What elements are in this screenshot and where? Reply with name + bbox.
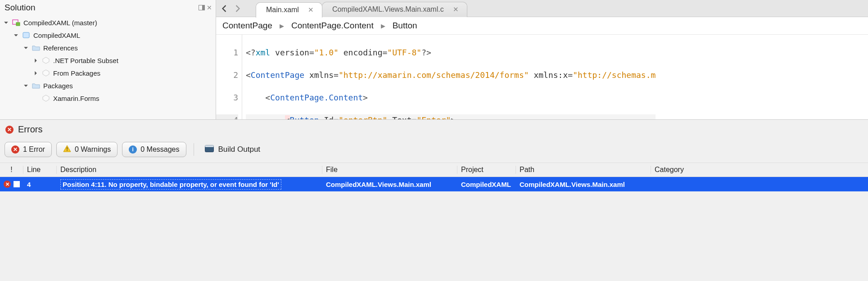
solution-icon bbox=[12, 18, 21, 27]
folder-icon bbox=[32, 82, 41, 90]
breadcrumb-item[interactable]: ContentPage.Content bbox=[291, 21, 374, 31]
chevron-down-icon[interactable] bbox=[13, 32, 19, 38]
tree-root-label: CompiledXAML (master) bbox=[23, 19, 97, 27]
build-output-button[interactable]: Build Output bbox=[201, 145, 264, 154]
editor-tabs: Main.xaml ✕ CompiledXAML.Views.Main.xaml… bbox=[256, 0, 467, 17]
editor-panel: Main.xaml ✕ CompiledXAML.Views.Main.xaml… bbox=[216, 0, 868, 119]
errors-filter-bar: ✕ 1 Error ! 0 Warnings i 0 Messages Buil… bbox=[0, 139, 868, 163]
svg-rect-10 bbox=[205, 145, 213, 147]
chevron-right-icon[interactable] bbox=[32, 57, 39, 63]
tree-packages[interactable]: Packages bbox=[3, 79, 213, 92]
col-category[interactable]: Category bbox=[651, 166, 705, 174]
code-editor[interactable]: 1 2 3 4 5 6 7 <?xml version="1.0" encodi… bbox=[216, 35, 868, 119]
nav-forward-icon[interactable] bbox=[233, 5, 242, 12]
svg-marker-6 bbox=[43, 70, 49, 76]
separator bbox=[194, 143, 194, 156]
tree-references-label: References bbox=[43, 44, 78, 52]
assembly-icon bbox=[41, 56, 50, 64]
filter-errors-button[interactable]: ✕ 1 Error bbox=[5, 142, 52, 157]
tree-ref-item[interactable]: From Packages bbox=[3, 67, 213, 79]
cell-description: Position 4:11. No property, bindable pro… bbox=[57, 179, 322, 190]
tree-package-item-label: Xamarin.Forms bbox=[53, 95, 99, 102]
col-line[interactable]: Line bbox=[23, 166, 57, 174]
tree-references[interactable]: References bbox=[3, 41, 213, 54]
tab-close-icon[interactable]: ✕ bbox=[308, 6, 314, 14]
cell-line: 4 bbox=[23, 181, 57, 188]
code-content[interactable]: <?xml version="1.0" encoding="UTF-8"?> <… bbox=[242, 35, 656, 119]
cell-path: CompiledXAML.Views.Main.xaml bbox=[516, 181, 651, 188]
errors-panel-title: Errors bbox=[18, 124, 42, 135]
csproj-icon bbox=[22, 31, 31, 39]
chevron-down-icon[interactable] bbox=[3, 19, 9, 26]
info-icon: i bbox=[129, 145, 137, 154]
tree-root[interactable]: CompiledXAML (master) bbox=[3, 16, 213, 29]
tree-project[interactable]: CompiledXAML bbox=[3, 29, 213, 41]
dock-icon[interactable] bbox=[199, 5, 205, 10]
tree-spacer bbox=[32, 95, 39, 101]
folder-icon bbox=[32, 44, 41, 52]
nav-back-icon[interactable] bbox=[220, 5, 229, 12]
filter-messages-button[interactable]: i 0 Messages bbox=[122, 142, 186, 157]
breadcrumb-item[interactable]: Button bbox=[393, 21, 417, 31]
editor-toolbar: Main.xaml ✕ CompiledXAML.Views.Main.xaml… bbox=[216, 0, 868, 17]
filter-warnings-button[interactable]: ! 0 Warnings bbox=[56, 142, 118, 157]
breadcrumb-item[interactable]: ContentPage bbox=[222, 21, 272, 31]
col-file[interactable]: File bbox=[322, 166, 457, 174]
build-output-label: Build Output bbox=[218, 145, 261, 154]
svg-rect-3 bbox=[16, 23, 20, 26]
tab-label: Main.xaml bbox=[266, 6, 299, 14]
svg-marker-7 bbox=[43, 95, 49, 101]
editor-tab-inactive[interactable]: CompiledXAML.Views.Main.xaml.c ✕ bbox=[322, 2, 467, 17]
solution-panel: Solution ✕ CompiledXAML (master) bbox=[0, 0, 216, 119]
line-number-gutter: 1 2 3 4 5 6 7 bbox=[216, 35, 242, 119]
solution-tree: CompiledXAML (master) CompiledXAML Refer… bbox=[0, 16, 216, 107]
chevron-right-icon[interactable] bbox=[32, 70, 39, 76]
solution-header: Solution ✕ bbox=[0, 0, 216, 16]
tree-ref-item-label: From Packages bbox=[53, 69, 100, 77]
errors-table: ! Line Description File Project Path Cat… bbox=[0, 163, 868, 191]
package-icon bbox=[41, 94, 50, 102]
col-bang[interactable]: ! bbox=[0, 166, 23, 174]
svg-marker-5 bbox=[43, 57, 49, 63]
cell-project: CompiledXAML bbox=[457, 181, 516, 188]
errors-table-row[interactable]: ✕ 4 Position 4:11. No property, bindable… bbox=[0, 177, 868, 191]
cell-file: CompiledXAML.Views.Main.xaml bbox=[322, 181, 457, 188]
errors-table-header: ! Line Description File Project Path Cat… bbox=[0, 163, 868, 177]
error-icon: ✕ bbox=[11, 145, 19, 154]
svg-rect-1 bbox=[202, 5, 205, 10]
chevron-down-icon[interactable] bbox=[23, 45, 29, 51]
solution-title: Solution bbox=[5, 3, 36, 13]
errors-panel: ✕ Errors ✕ 1 Error ! 0 Warnings i 0 Mess… bbox=[0, 119, 868, 191]
svg-text:!: ! bbox=[66, 146, 68, 152]
col-project[interactable]: Project bbox=[457, 166, 516, 174]
errors-panel-header: ✕ Errors bbox=[0, 120, 868, 139]
assembly-icon bbox=[41, 69, 50, 77]
chevron-down-icon[interactable] bbox=[23, 82, 29, 89]
col-path[interactable]: Path bbox=[516, 166, 651, 174]
tree-project-label: CompiledXAML bbox=[33, 32, 80, 39]
filter-warnings-label: 0 Warnings bbox=[75, 145, 111, 154]
editor-tab-active[interactable]: Main.xaml ✕ bbox=[256, 2, 322, 18]
chevron-right-icon: ▶ bbox=[280, 23, 284, 29]
tab-close-icon[interactable]: ✕ bbox=[453, 5, 459, 14]
col-description[interactable]: Description bbox=[57, 166, 322, 174]
terminal-icon bbox=[205, 145, 214, 154]
error-icon: ✕ bbox=[4, 181, 11, 188]
breadcrumb: ContentPage ▶ ContentPage.Content ▶ Butt… bbox=[216, 17, 868, 35]
tree-ref-item-label: .NET Portable Subset bbox=[53, 57, 118, 64]
filter-messages-label: 0 Messages bbox=[140, 145, 179, 154]
chevron-right-icon: ▶ bbox=[381, 23, 385, 29]
tab-label: CompiledXAML.Views.Main.xaml.c bbox=[332, 5, 444, 14]
tree-packages-label: Packages bbox=[43, 82, 73, 90]
row-checkbox[interactable] bbox=[14, 181, 20, 187]
close-icon[interactable]: ✕ bbox=[207, 4, 212, 11]
warning-icon: ! bbox=[63, 145, 71, 154]
filter-errors-label: 1 Error bbox=[23, 145, 45, 154]
svg-rect-4 bbox=[23, 32, 29, 38]
tree-ref-item[interactable]: .NET Portable Subset bbox=[3, 54, 213, 67]
error-icon: ✕ bbox=[5, 126, 14, 134]
tree-package-item[interactable]: Xamarin.Forms bbox=[3, 92, 213, 104]
